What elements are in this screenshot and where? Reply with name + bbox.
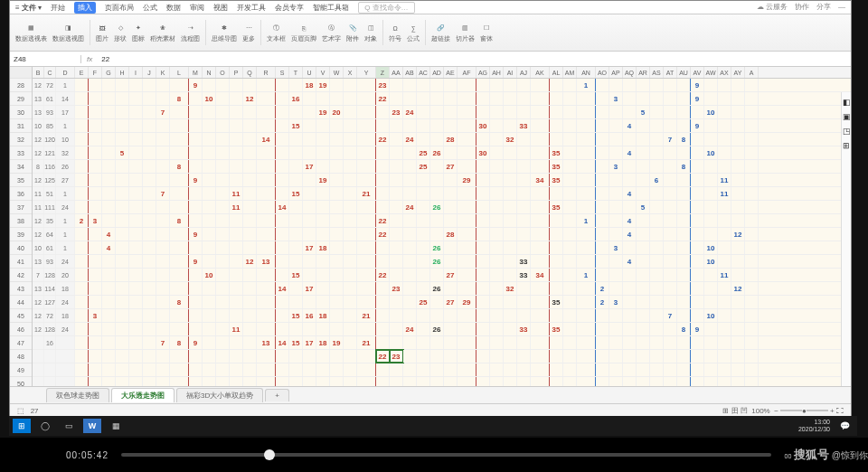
- cell[interactable]: [550, 282, 563, 295]
- cell[interactable]: [476, 282, 490, 295]
- row-header[interactable]: 28: [10, 79, 32, 92]
- cell[interactable]: [243, 201, 257, 213]
- cell[interactable]: [623, 201, 637, 213]
- cell[interactable]: [417, 363, 430, 376]
- cell[interactable]: [563, 228, 577, 241]
- cell[interactable]: [330, 323, 344, 335]
- cell[interactable]: [731, 296, 745, 308]
- cell[interactable]: [243, 282, 257, 295]
- cell[interactable]: 9: [691, 92, 704, 105]
- cell[interactable]: [357, 296, 376, 308]
- cell[interactable]: [609, 269, 623, 281]
- cell[interactable]: 2: [75, 214, 89, 227]
- cell[interactable]: [677, 269, 691, 281]
- cell[interactable]: [563, 201, 577, 213]
- ribbon-btn[interactable]: 🖼图片: [96, 22, 108, 43]
- cell[interactable]: [303, 350, 316, 363]
- cell[interactable]: [596, 377, 609, 386]
- cell[interactable]: [344, 241, 357, 254]
- cell[interactable]: 5: [637, 201, 650, 213]
- cell[interactable]: [637, 160, 650, 173]
- cell[interactable]: [704, 201, 718, 213]
- cell[interactable]: [102, 79, 116, 91]
- cell[interactable]: [102, 201, 116, 213]
- cell[interactable]: [376, 146, 390, 159]
- cell[interactable]: [745, 309, 759, 322]
- cell[interactable]: [504, 174, 517, 186]
- col-header[interactable]: AF: [458, 67, 476, 78]
- cell[interactable]: [745, 146, 759, 159]
- cell[interactable]: [677, 350, 691, 363]
- cell[interactable]: [230, 296, 243, 308]
- cell[interactable]: [289, 214, 303, 227]
- cell[interactable]: [216, 377, 230, 386]
- cell[interactable]: [664, 214, 677, 227]
- cell[interactable]: [44, 350, 56, 363]
- cell[interactable]: [731, 377, 745, 386]
- cell[interactable]: [664, 336, 677, 349]
- cell[interactable]: [731, 214, 745, 227]
- cell[interactable]: [745, 201, 759, 213]
- search-box[interactable]: Q 查找命令…: [358, 2, 414, 14]
- cell[interactable]: [289, 174, 303, 186]
- cell[interactable]: [330, 350, 344, 363]
- cell[interactable]: [257, 160, 276, 173]
- cell[interactable]: [189, 92, 203, 105]
- cell[interactable]: [230, 363, 243, 376]
- cell[interactable]: 35: [550, 201, 563, 213]
- cell[interactable]: [143, 241, 156, 254]
- cell[interactable]: [89, 92, 102, 105]
- cell[interactable]: [417, 241, 430, 254]
- cell[interactable]: 22: [376, 269, 390, 281]
- cell[interactable]: [129, 377, 143, 386]
- cell[interactable]: [664, 160, 677, 173]
- cell[interactable]: [745, 214, 759, 227]
- cell[interactable]: [257, 282, 276, 295]
- cell[interactable]: [704, 79, 718, 91]
- cell[interactable]: [458, 133, 476, 146]
- cell[interactable]: [344, 146, 357, 159]
- cell[interactable]: [430, 214, 444, 227]
- cell[interactable]: [316, 92, 330, 105]
- cell[interactable]: [89, 174, 102, 186]
- cell[interactable]: [390, 363, 403, 376]
- cell[interactable]: 16: [303, 309, 316, 322]
- cell[interactable]: [550, 106, 563, 118]
- cell[interactable]: [490, 269, 504, 281]
- cell[interactable]: 7: [156, 106, 170, 118]
- cell[interactable]: 3: [89, 309, 102, 322]
- cell[interactable]: [504, 160, 517, 173]
- cell[interactable]: [664, 363, 677, 376]
- col-header[interactable]: AP: [609, 67, 623, 78]
- player-track[interactable]: [121, 453, 771, 457]
- cell[interactable]: [718, 160, 731, 173]
- cell[interactable]: 12: [33, 79, 44, 91]
- cell[interactable]: [75, 79, 89, 91]
- cell[interactable]: 7: [664, 133, 677, 146]
- cell[interactable]: [577, 323, 596, 335]
- cell[interactable]: 17: [56, 106, 75, 118]
- cell[interactable]: [303, 187, 316, 200]
- menu-item[interactable]: 开始: [51, 3, 65, 13]
- cell[interactable]: [390, 269, 403, 281]
- cell[interactable]: [403, 160, 417, 173]
- cell[interactable]: [677, 241, 691, 254]
- cell[interactable]: 11: [718, 174, 731, 186]
- row-header[interactable]: 39: [10, 228, 32, 241]
- cell[interactable]: [490, 160, 504, 173]
- col-header[interactable]: AC: [417, 67, 430, 78]
- cell[interactable]: [390, 228, 403, 241]
- cell[interactable]: [156, 174, 170, 186]
- cell[interactable]: [504, 323, 517, 335]
- cell[interactable]: [731, 146, 745, 159]
- cell[interactable]: [623, 336, 637, 349]
- cell[interactable]: [376, 377, 390, 386]
- cell[interactable]: [609, 174, 623, 186]
- cell[interactable]: 7: [156, 336, 170, 349]
- row-header[interactable]: 35: [10, 174, 32, 187]
- cell[interactable]: [677, 187, 691, 200]
- cell[interactable]: 24: [403, 133, 417, 146]
- ribbon-btn[interactable]: Ⓣ文本框: [267, 22, 286, 43]
- cell[interactable]: [637, 133, 650, 146]
- cell[interactable]: [691, 174, 704, 186]
